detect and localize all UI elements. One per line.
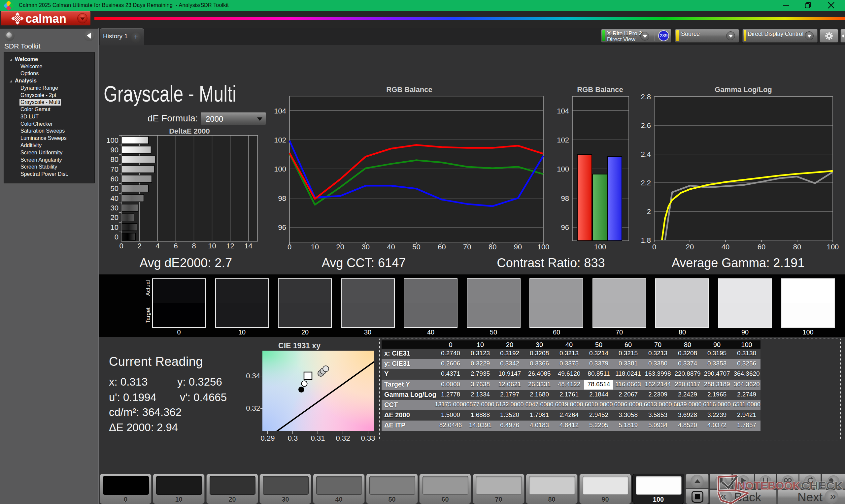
svg-text:0.34: 0.34 [246,372,260,380]
svg-text:0: 0 [115,233,119,241]
svg-text:1.8: 1.8 [641,236,651,245]
svg-text:100: 100 [557,165,569,173]
svg-text:0.31: 0.31 [311,434,325,442]
svg-text:96: 96 [561,223,569,232]
svg-text:90: 90 [110,146,119,154]
svg-text:RGB Balance: RGB Balance [386,86,432,94]
svg-text:0.32: 0.32 [246,404,260,412]
svg-text:2.8: 2.8 [641,93,651,101]
svg-text:0: 0 [119,242,123,250]
svg-text:0.29: 0.29 [261,434,275,442]
svg-text:0.3: 0.3 [288,434,298,442]
svg-text:CHECK: CHECK [801,480,843,492]
svg-text:100: 100 [106,136,119,144]
svg-text:2: 2 [137,242,141,250]
svg-text:8: 8 [192,242,196,250]
svg-text:60: 60 [758,243,765,251]
svg-text:4: 4 [156,242,159,250]
svg-text:DeltaE 2000: DeltaE 2000 [169,127,210,135]
svg-text:80: 80 [793,243,801,251]
svg-text:80: 80 [110,155,119,164]
svg-text:RGB Balance: RGB Balance [577,86,623,94]
svg-text:50: 50 [110,184,119,193]
svg-text:6: 6 [174,242,178,250]
svg-text:NOTEBOOK: NOTEBOOK [737,480,800,492]
svg-text:0.32: 0.32 [336,434,350,442]
svg-text:20: 20 [686,243,694,251]
svg-text:100: 100 [274,165,286,173]
svg-text:40: 40 [110,194,119,202]
svg-text:40: 40 [722,243,729,251]
svg-text:104: 104 [274,107,286,115]
svg-text:14: 14 [244,242,252,250]
svg-text:30: 30 [110,204,119,212]
svg-text:2: 2 [647,208,651,216]
svg-text:104: 104 [557,107,569,115]
svg-text:10: 10 [110,223,119,232]
svg-text:2.4: 2.4 [641,150,651,158]
svg-text:100: 100 [827,243,839,251]
svg-text:96: 96 [278,223,286,232]
svg-text:Gamma Log/Log: Gamma Log/Log [715,86,772,94]
svg-text:20: 20 [110,213,119,222]
svg-text:0: 0 [652,243,656,251]
svg-text:70: 70 [110,165,119,174]
svg-text:12: 12 [226,242,234,250]
svg-text:98: 98 [561,194,569,202]
svg-text:0.33: 0.33 [361,434,375,442]
svg-text:60: 60 [110,175,119,183]
svg-text:102: 102 [557,136,569,144]
svg-text:100: 100 [594,243,606,251]
svg-text:10: 10 [208,242,216,250]
svg-text:2.6: 2.6 [641,121,651,130]
svg-text:2.2: 2.2 [641,179,651,187]
svg-text:98: 98 [278,194,286,202]
svg-text:102: 102 [274,136,286,144]
svg-text:CIE 1931 xy: CIE 1931 xy [278,341,320,350]
